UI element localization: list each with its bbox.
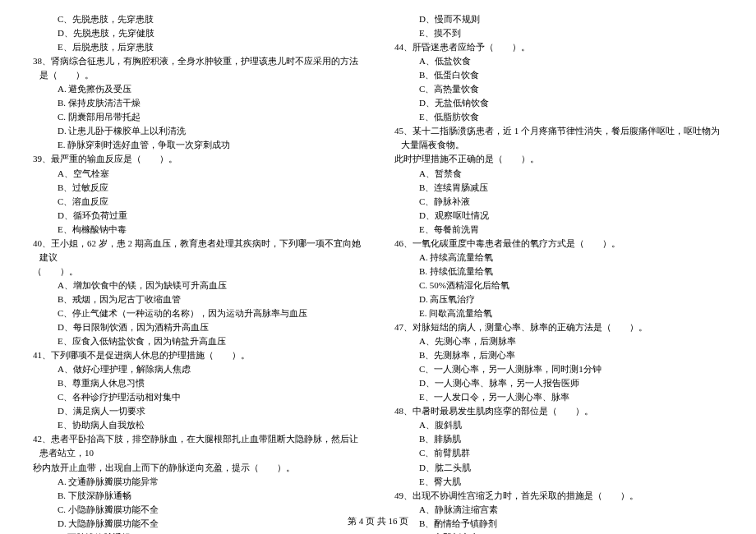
- q44-option-c: C、高热量饮食: [394, 82, 723, 96]
- q42-option-b: B. 下肢深静脉通畅: [33, 489, 362, 503]
- q47-option-a: A、先测心率，后测脉率: [394, 334, 723, 348]
- q40-text: 40、王小姐，62 岁，患 2 期高血压，教育患者处理其疾病时，下列哪一项不宜向…: [33, 237, 362, 265]
- q49-option-c: C、立即剖宫产: [394, 531, 723, 534]
- q41-option-c: C、各种诊疗护理活动相对集中: [33, 390, 362, 404]
- q41-option-e: E、协助病人自我放松: [33, 418, 362, 432]
- q45-option-b: B、连续胃肠减压: [394, 181, 723, 195]
- q45-text: 45、某十二指肠溃疡患者，近 1 个月疼痛节律性消失，餐后腹痛伴呕吐，呕吐物为大…: [394, 124, 723, 152]
- q46-option-d: D. 高压氧治疗: [394, 292, 723, 306]
- q45-option-a: A、暂禁食: [394, 167, 723, 181]
- q46-text: 46、一氧化碳重度中毒患者最佳的氧疗方式是（ ）。: [394, 237, 723, 251]
- q37-option-c: C、先脱患肢，先穿患肢: [33, 12, 362, 26]
- q47-option-b: B、先测脉率，后测心率: [394, 348, 723, 362]
- q42-option-a: A. 交通静脉瓣膜功能异常: [33, 475, 362, 489]
- document-content: C、先脱患肢，先穿患肢 D、先脱患肢，先穿健肢 E、后脱患肢，后穿患肢 38、肾…: [33, 12, 723, 489]
- q48-option-b: B、腓肠肌: [394, 432, 723, 446]
- q41-option-d: D、满足病人一切要求: [33, 404, 362, 418]
- q38-text: 38、肾病综合征患儿，有胸腔积液，全身水肿较重，护理该患儿时不应采用的方法是（ …: [33, 54, 362, 82]
- q46-option-b: B. 持续低流量给氧: [394, 265, 723, 279]
- q40-option-d: D、每日限制饮酒，因为酒精升高血压: [33, 320, 362, 334]
- q46-option-c: C. 50%酒精湿化后给氧: [394, 279, 723, 292]
- q48-option-e: E、臀大肌: [394, 475, 723, 489]
- q45-text-cont: 此时护理措施不正确的是（ ）。: [394, 152, 723, 166]
- q48-text: 48、中暑时最易发生肌肉痉挛的部位是（ ）。: [394, 404, 723, 418]
- q41-option-b: B、尊重病人休息习惯: [33, 376, 362, 390]
- q42-text: 42、患者平卧抬高下肢，排空静脉血，在大腿根部扎止血带阻断大隐静脉，然后让患者站…: [33, 432, 362, 460]
- q46-option-a: A. 持续高流量给氧: [394, 251, 723, 265]
- q47-option-c: C、一人测心率，另一人测脉率，同时测1分钟: [394, 362, 723, 376]
- q38-option-a: A. 避免擦伤及受压: [33, 82, 362, 96]
- q41-option-a: A、做好心理护理，解除病人焦虑: [33, 362, 362, 376]
- q39-option-c: C、溶血反应: [33, 195, 362, 209]
- q38-option-b: B. 保持皮肤清洁干燥: [33, 96, 362, 110]
- q40-option-e: E、应食入低钠盐饮食，因为钠盐升高血压: [33, 334, 362, 348]
- q45-option-d: D、观察呕吐情况: [394, 209, 723, 223]
- q46-option-e: E. 间歇高流量给氧: [394, 306, 723, 320]
- q40-text-cont: （ ）。: [33, 265, 362, 279]
- q39-text: 39、最严重的输血反应是（ ）。: [33, 152, 362, 166]
- q48-option-a: A、腹斜肌: [394, 418, 723, 432]
- q43-option-e: E、摸不到: [394, 26, 723, 40]
- right-column: D、慢而不规则 E、摸不到 44、肝昏迷患者应给予（ ）。 A、低盐饮食 B、低…: [394, 12, 723, 489]
- q37-option-e: E、后脱患肢，后穿患肢: [33, 40, 362, 54]
- q47-option-d: D、一人测心率、脉率，另一人报告医师: [394, 376, 723, 390]
- left-column: C、先脱患肢，先穿患肢 D、先脱患肢，先穿健肢 E、后脱患肢，后穿患肢 38、肾…: [33, 12, 362, 489]
- q48-option-c: C、前臂肌群: [394, 446, 723, 460]
- q38-option-c: C. 阴囊部用吊带托起: [33, 110, 362, 124]
- q39-option-d: D、循环负荷过重: [33, 209, 362, 223]
- q45-option-e: E、每餐前洗胃: [394, 223, 723, 237]
- q40-option-c: C、停止气健术（一种运动的名称），因为运动升高脉率与血压: [33, 306, 362, 320]
- q44-option-d: D、无盐低钠饮食: [394, 96, 723, 110]
- q43-option-d: D、慢而不规则: [394, 12, 723, 26]
- q47-text: 47、对脉短绌的病人，测量心率、脉率的正确方法是（ ）。: [394, 320, 723, 334]
- q44-option-b: B、低蛋白饮食: [394, 68, 723, 82]
- q48-option-d: D、肱二头肌: [394, 461, 723, 475]
- q44-text: 44、肝昏迷患者应给予（ ）。: [394, 40, 723, 54]
- q45-option-c: C、静脉补液: [394, 195, 723, 209]
- q38-option-d: D. 让患儿卧于橡胶单上以利清洗: [33, 124, 362, 138]
- q37-option-d: D、先脱患肢，先穿健肢: [33, 26, 362, 40]
- q40-option-b: B、戒烟，因为尼古丁收缩血管: [33, 292, 362, 306]
- q39-option-e: E、枸橼酸钠中毒: [33, 223, 362, 237]
- q38-option-e: E. 静脉穿刺时选好血管，争取一次穿刺成功: [33, 138, 362, 152]
- q42-option-e: E. 下肢浅静脉通畅: [33, 531, 362, 534]
- q44-option-e: E、低脂肪饮食: [394, 110, 723, 124]
- q47-option-e: E、一人发口令，另一人测心率、脉率: [394, 390, 723, 404]
- q40-option-a: A、增加饮食中的镁，因为缺镁可升高血压: [33, 279, 362, 292]
- q39-option-a: A、空气栓塞: [33, 167, 362, 181]
- q41-text: 41、下列哪项不是促进病人休息的护理措施（ ）。: [33, 348, 362, 362]
- q44-option-a: A、低盐饮食: [394, 54, 723, 68]
- q39-option-b: B、过敏反应: [33, 181, 362, 195]
- q49-text: 49、出现不协调性宫缩乏力时，首先采取的措施是（ ）。: [394, 489, 723, 503]
- page-footer: 第 4 页 共 16 页: [0, 515, 756, 527]
- q42-text-cont: 秒内放开止血带，出现自上而下的静脉逆向充盈，提示（ ）。: [33, 461, 362, 475]
